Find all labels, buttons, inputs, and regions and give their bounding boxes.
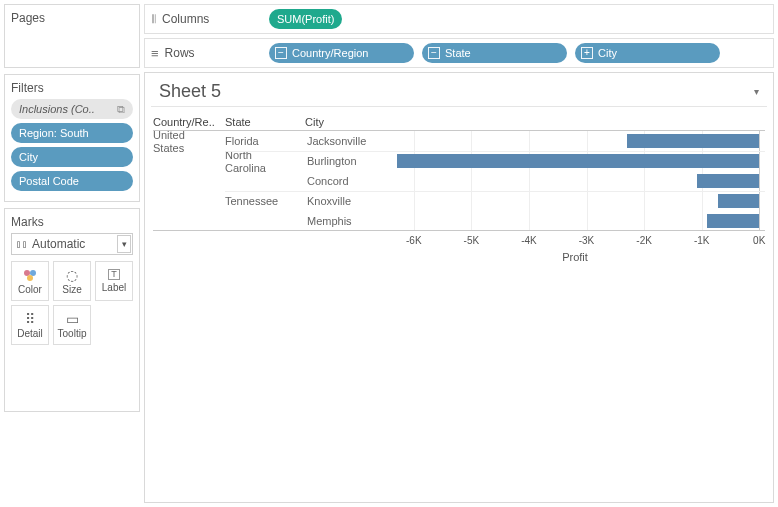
- filter-pill-1[interactable]: Region: South: [11, 123, 133, 143]
- rows-pill-city[interactable]: + City: [575, 43, 720, 63]
- cell-city: Concord: [305, 175, 385, 187]
- rows-shelf[interactable]: ≡ Rows − Country/Region − State + City: [144, 38, 774, 68]
- tick-label: -5K: [464, 235, 480, 246]
- cell-city: Memphis: [305, 215, 385, 227]
- tick-label: -2K: [636, 235, 652, 246]
- table-row[interactable]: Memphis: [153, 211, 765, 231]
- chevron-down-icon: ▾: [117, 235, 131, 253]
- bar[interactable]: [718, 194, 759, 208]
- filter-pill-3[interactable]: Postal Code: [11, 171, 133, 191]
- rows-pill-state[interactable]: − State: [422, 43, 567, 63]
- columns-pill-profit[interactable]: SUM(Profit): [269, 9, 342, 29]
- bar-cell: [385, 131, 765, 151]
- marks-detail-button[interactable]: ⠿ Detail: [11, 305, 49, 345]
- label-icon: T: [108, 269, 120, 280]
- table-row[interactable]: NorthCarolinaBurlington: [153, 151, 765, 171]
- sheet-title[interactable]: Sheet 5: [159, 81, 221, 102]
- filter-pill-0[interactable]: Inclusions (Co..⧉: [11, 99, 133, 119]
- bar[interactable]: [707, 214, 759, 228]
- pages-title: Pages: [11, 11, 133, 25]
- svg-point-1: [30, 270, 36, 276]
- marks-card[interactable]: Marks ⫾⫾ Automatic ▾ Color ◌ Size T: [4, 208, 140, 412]
- color-icon: [22, 268, 38, 282]
- marks-type-select[interactable]: ⫾⫾ Automatic ▾: [11, 233, 133, 255]
- tick-label: -6K: [406, 235, 422, 246]
- x-axis-title: Profit: [153, 251, 765, 263]
- plus-icon: +: [581, 47, 593, 59]
- sheet-menu-caret[interactable]: ▾: [754, 86, 759, 97]
- cell-city: Knoxville: [305, 195, 385, 207]
- columns-icon: ⦀: [151, 11, 156, 27]
- rows-pill-country[interactable]: − Country/Region: [269, 43, 414, 63]
- table-header-row: Country/Re.. State City: [153, 113, 765, 131]
- rows-icon: ≡: [151, 46, 159, 61]
- bar[interactable]: [397, 154, 760, 168]
- svg-point-2: [27, 275, 33, 281]
- cell-state: Tennessee: [225, 195, 305, 207]
- viz-area[interactable]: Sheet 5 ▾ Country/Re.. State City United…: [144, 72, 774, 503]
- rows-label: Rows: [165, 46, 195, 60]
- columns-shelf[interactable]: ⦀ Columns SUM(Profit): [144, 4, 774, 34]
- cell-state: Florida: [225, 135, 305, 147]
- filters-title: Filters: [11, 81, 133, 95]
- bar-chart-icon: ⫾⫾: [16, 237, 28, 251]
- marks-size-button[interactable]: ◌ Size: [53, 261, 91, 301]
- tick-label: 0K: [753, 235, 765, 246]
- cell-city: Burlington: [305, 155, 385, 167]
- pages-shelf[interactable]: Pages: [4, 4, 140, 68]
- marks-type-label: Automatic: [32, 237, 85, 251]
- table-row[interactable]: TennesseeKnoxville: [153, 191, 765, 211]
- marks-color-button[interactable]: Color: [11, 261, 49, 301]
- filter-pill-2[interactable]: City: [11, 147, 133, 167]
- bar-cell: [385, 191, 765, 211]
- cell-country: UnitedStates: [153, 127, 225, 155]
- minus-icon: −: [428, 47, 440, 59]
- bar-cell: [385, 171, 765, 191]
- tick-label: -1K: [694, 235, 710, 246]
- header-state: State: [225, 116, 305, 128]
- size-icon: ◌: [66, 268, 78, 282]
- columns-label: Columns: [162, 12, 209, 26]
- detail-icon: ⠿: [25, 312, 35, 326]
- marks-title: Marks: [11, 215, 133, 229]
- marks-empty: [95, 305, 133, 345]
- bar-cell: [385, 211, 765, 231]
- bar-cell: [385, 151, 765, 171]
- bar[interactable]: [627, 134, 759, 148]
- tooltip-icon: ▭: [66, 312, 79, 326]
- header-city: City: [305, 116, 385, 128]
- tick-label: -4K: [521, 235, 537, 246]
- marks-tooltip-button[interactable]: ▭ Tooltip: [53, 305, 91, 345]
- minus-icon: −: [275, 47, 287, 59]
- cell-city: Jacksonville: [305, 135, 385, 147]
- filters-shelf[interactable]: Filters Inclusions (Co..⧉Region: SouthCi…: [4, 74, 140, 202]
- svg-point-0: [24, 270, 30, 276]
- bar[interactable]: [697, 174, 759, 188]
- marks-label-button[interactable]: T Label: [95, 261, 133, 301]
- tick-label: -3K: [579, 235, 595, 246]
- link-icon: ⧉: [117, 103, 125, 116]
